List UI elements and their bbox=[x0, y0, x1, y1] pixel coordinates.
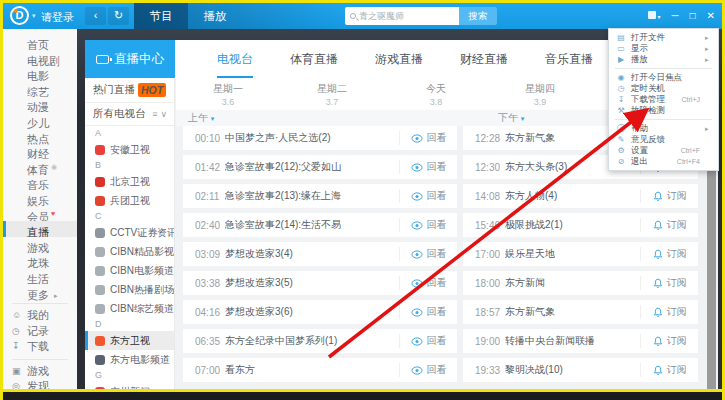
channel-row[interactable]: CIBN精品影视 bbox=[85, 242, 174, 261]
sidebar-item[interactable]: 会员♥ bbox=[3, 206, 77, 222]
sidebar-item[interactable]: 游戏 bbox=[3, 237, 77, 253]
hot-live-entry[interactable]: 热门直播 HOT bbox=[85, 78, 174, 103]
sidebar-tool-item[interactable]: ☺我的 bbox=[3, 308, 77, 324]
search-input[interactable] bbox=[359, 11, 445, 21]
menu-item[interactable]: ▭显示▸ bbox=[609, 43, 718, 54]
program-row[interactable]: 19:33 黎明决战(10) 订阅 bbox=[463, 358, 698, 382]
channel-row[interactable]: CIBN综艺频道 bbox=[85, 299, 174, 318]
channel-row[interactable]: 安徽卫视 bbox=[85, 140, 174, 159]
maximize-button[interactable]: □ bbox=[690, 11, 696, 21]
replay-button[interactable]: 回看 bbox=[399, 334, 457, 348]
afternoon-sort[interactable]: 下午 ▾ bbox=[498, 110, 524, 127]
channel-row[interactable]: C bbox=[85, 210, 174, 223]
menu-item[interactable]: ⚒故障检测 bbox=[609, 105, 718, 116]
replay-button[interactable]: 回看 bbox=[399, 363, 457, 377]
sidebar-item[interactable]: 少儿 bbox=[3, 112, 77, 128]
scrollbar[interactable] bbox=[707, 158, 716, 389]
sidebar-item[interactable]: 音乐 bbox=[3, 174, 77, 190]
refresh-button[interactable]: ↻ bbox=[108, 7, 129, 25]
chevron-down-icon[interactable]: ▾ bbox=[32, 12, 36, 20]
sidebar-item[interactable]: 动漫 bbox=[3, 96, 77, 112]
program-row[interactable]: 14:08 东方人物(4) 订阅 bbox=[463, 184, 698, 208]
program-row[interactable]: 01:42 急诊室故事2(12):父爱如山 回看 bbox=[183, 155, 457, 179]
channel-row[interactable]: 兵团卫视 bbox=[85, 191, 174, 210]
menu-item[interactable]: ◷定时关机 bbox=[609, 83, 718, 94]
close-button[interactable]: ✕ bbox=[707, 11, 715, 21]
channel-row[interactable]: CIBN电影频道 bbox=[85, 261, 174, 280]
main-menu-button[interactable]: ▾ bbox=[648, 11, 660, 22]
sidebar-item[interactable]: 生活 bbox=[3, 268, 77, 284]
menu-item[interactable]: ◉打开今日焦点 bbox=[609, 72, 718, 83]
sidebar-item[interactable]: 娱乐 bbox=[3, 190, 77, 206]
live-tab[interactable]: 财经直播 bbox=[460, 40, 508, 78]
program-row[interactable]: 02:40 急诊室故事2(14):生活不易 回看 bbox=[183, 213, 457, 237]
subscribe-button[interactable]: 订阅 bbox=[640, 247, 698, 261]
channel-row[interactable]: B bbox=[85, 159, 174, 172]
channel-row[interactable]: CCTV证券资讯 bbox=[85, 223, 174, 242]
search-box[interactable] bbox=[345, 7, 459, 25]
minimize-button[interactable]: ─ bbox=[671, 11, 678, 21]
menu-item[interactable]: ↧下载管理Ctrl+J bbox=[609, 94, 718, 105]
date-cell[interactable]: 星期四 3.9 bbox=[488, 78, 592, 110]
live-tab[interactable]: 体育直播 bbox=[290, 40, 338, 78]
date-cell[interactable]: 今天 3.8 bbox=[384, 78, 488, 110]
date-cell[interactable]: 星期二 3.7 bbox=[280, 78, 384, 110]
channel-row[interactable]: A bbox=[85, 127, 174, 140]
replay-button[interactable]: 回看 bbox=[399, 131, 457, 145]
subscribe-button[interactable]: 订阅 bbox=[640, 189, 698, 203]
menu-item[interactable]: ⊘退出Ctrl+F4 bbox=[609, 156, 718, 167]
sidebar-tool-item[interactable]: ↧下载 bbox=[3, 339, 77, 355]
channel-row[interactable]: G bbox=[85, 369, 174, 382]
sidebar-item[interactable]: 热点 bbox=[3, 128, 77, 144]
subscribe-button[interactable]: 订阅 bbox=[640, 305, 698, 319]
program-row[interactable]: 18:57 东方新气象 订阅 bbox=[463, 300, 698, 324]
sidebar-item[interactable]: 更多▸ bbox=[3, 284, 77, 300]
subscribe-button[interactable]: 订阅 bbox=[640, 218, 698, 232]
sidebar-tool-item[interactable]: ◷记录 bbox=[3, 324, 77, 340]
program-row[interactable]: 07:00 看东方 回看 bbox=[183, 358, 457, 382]
menu-item[interactable]: ▶播放▸ bbox=[609, 54, 718, 65]
channel-row[interactable]: 东方卫视 bbox=[85, 331, 174, 350]
replay-button[interactable]: 回看 bbox=[399, 305, 457, 319]
program-row[interactable]: 04:16 梦想改造家3(6) 回看 bbox=[183, 300, 457, 324]
sidebar-item[interactable]: 综艺 bbox=[3, 81, 77, 97]
menu-item[interactable] bbox=[615, 68, 712, 69]
back-button[interactable]: ‹ bbox=[85, 7, 106, 25]
replay-button[interactable]: 回看 bbox=[399, 160, 457, 174]
sidebar-item[interactable]: 财经 bbox=[3, 143, 77, 159]
channel-row[interactable]: CIBN热播剧场 bbox=[85, 280, 174, 299]
menu-item[interactable]: ⓘ帮助▸ bbox=[609, 123, 718, 134]
replay-button[interactable]: 回看 bbox=[399, 247, 457, 261]
scrollbar-thumb[interactable] bbox=[707, 158, 716, 389]
menu-item[interactable]: ▤打开文件▸ bbox=[609, 32, 718, 43]
app-logo-icon[interactable]: D bbox=[10, 6, 29, 25]
program-row[interactable]: 02:11 急诊室故事2(13):缘在上海 回看 bbox=[183, 184, 457, 208]
sidebar-item[interactable]: 首页 bbox=[3, 34, 77, 50]
morning-sort[interactable]: 上午 ▾ bbox=[188, 110, 214, 127]
channel-row[interactable]: 东方电影频道 bbox=[85, 350, 174, 369]
program-row[interactable]: 06:35 东方全纪录中国梦系列(1) 回看 bbox=[183, 329, 457, 353]
live-tab[interactable]: 音乐直播 bbox=[545, 40, 593, 78]
sidebar-item[interactable]: 电视剧 bbox=[3, 50, 77, 66]
sidebar-item[interactable]: 体育◉ bbox=[3, 159, 77, 175]
subscribe-button[interactable]: 订阅 bbox=[640, 334, 698, 348]
channel-row[interactable]: 北京卫视 bbox=[85, 172, 174, 191]
menu-item[interactable]: ✎意见反馈 bbox=[609, 134, 718, 145]
program-row[interactable]: 03:38 梦想改造家3(5) 回看 bbox=[183, 271, 457, 295]
replay-button[interactable]: 回看 bbox=[399, 189, 457, 203]
replay-button[interactable]: 回看 bbox=[399, 218, 457, 232]
sidebar-app-item[interactable]: ◎发现 bbox=[3, 379, 77, 389]
all-channels-dropdown[interactable]: 所有电视台 ≡ ∨ bbox=[85, 103, 174, 126]
replay-button[interactable]: 回看 bbox=[399, 276, 457, 290]
menu-item[interactable] bbox=[615, 119, 712, 120]
program-row[interactable]: 15:46 极限挑战2(1) 订阅 bbox=[463, 213, 698, 237]
channel-row[interactable]: 广州新闻 bbox=[85, 382, 174, 389]
program-row[interactable]: 03:09 梦想改造家3(4) 回看 bbox=[183, 242, 457, 266]
program-row[interactable]: 17:00 娱乐星天地 订阅 bbox=[463, 242, 698, 266]
login-link[interactable]: 请登录 bbox=[41, 10, 74, 25]
menu-item[interactable]: ⚙设置Ctrl+F bbox=[609, 145, 718, 156]
sidebar-item[interactable]: 直播 bbox=[3, 221, 77, 237]
date-cell[interactable]: 星期一 3.6 bbox=[176, 78, 280, 110]
sidebar-app-item[interactable]: ▣游戏 bbox=[3, 364, 77, 380]
program-row[interactable]: 18:00 东方新闻 订阅 bbox=[463, 271, 698, 295]
